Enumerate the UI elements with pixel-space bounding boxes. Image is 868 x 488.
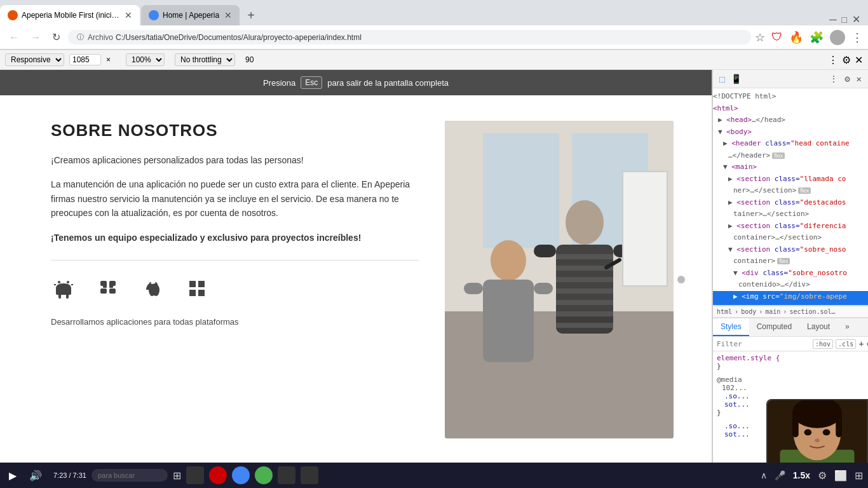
taskbar-app-6[interactable]	[301, 466, 318, 484]
photo-area	[445, 121, 674, 438]
tree-section-sobre-cont[interactable]: container>flex	[713, 255, 868, 268]
tree-section-sobre[interactable]: ▼ <section class="sobre_noso	[713, 244, 868, 256]
volume-button[interactable]: 🔊	[25, 467, 46, 484]
tree-section-destacados[interactable]: ▶ <section class="destacados	[713, 197, 868, 209]
sobre-photo	[445, 121, 674, 438]
devtools-settings-icon[interactable]: ⚙	[842, 54, 851, 66]
tab-styles[interactable]: Styles	[713, 318, 749, 336]
tab-close-2[interactable]: ✕	[224, 10, 232, 20]
media-query: @media	[717, 376, 742, 384]
tree-doctype[interactable]: <!DOCTYPE html>	[713, 91, 868, 103]
svg-point-44	[823, 430, 831, 436]
close-window-icon[interactable]: ✕	[852, 13, 860, 25]
sobre-nosotros-section: SOBRE NOSOTROS ¡Creamos aplicaciones per…	[51, 121, 419, 327]
styles-filter-input[interactable]	[717, 340, 810, 348]
svg-point-45	[815, 438, 820, 442]
device-toggle-icon[interactable]: 📱	[729, 72, 743, 85]
inspect-icon[interactable]: ⬚	[718, 72, 726, 85]
tab-more[interactable]: »	[837, 318, 857, 336]
tree-body[interactable]: ▼ <body>	[713, 126, 868, 139]
devtools-settings-btn[interactable]: ⚙	[843, 72, 851, 85]
tree-section-diferencia[interactable]: ▶ <section class="diferencia	[713, 220, 868, 233]
star-icon[interactable]: ☆	[755, 30, 765, 44]
crumb-html[interactable]: html	[717, 308, 732, 315]
zoom-selector[interactable]: 100%	[126, 53, 165, 66]
tab-layout[interactable]: Layout	[799, 318, 837, 336]
tree-header-close[interactable]: …</header>flex	[713, 150, 868, 162]
taskbar-search[interactable]	[92, 469, 168, 482]
hov-button[interactable]: :hov	[813, 339, 833, 349]
refresh-button[interactable]: ↻	[48, 30, 64, 44]
more-options-icon[interactable]: ⋮	[851, 30, 863, 44]
windows-start-icon[interactable]: ⊞	[173, 470, 181, 482]
maximize-icon[interactable]: □	[842, 15, 847, 25]
devtools-more-options[interactable]: ⋮	[828, 72, 839, 85]
forward-button[interactable]: →	[27, 30, 44, 44]
notifications-icon[interactable]: ∧	[761, 470, 767, 480]
tree-head[interactable]: ▶ <head>…</head>	[713, 114, 868, 126]
esc-key-badge[interactable]: Esc	[301, 76, 322, 89]
tree-main[interactable]: ▼ <main>	[713, 161, 868, 173]
svg-rect-26	[556, 311, 613, 316]
taskbar-app-2[interactable]	[209, 466, 227, 484]
address-bar: ← → ↻ ⓘ Archivo C:/Users/tatia/OneDrive/…	[0, 25, 868, 50]
svg-point-1	[67, 281, 69, 283]
settings-icon[interactable]: ⚙	[818, 470, 827, 482]
new-tab-button[interactable]: +	[242, 8, 260, 23]
extra-value: 90	[245, 55, 254, 64]
svg-rect-33	[534, 283, 553, 294]
dom-breadcrumb[interactable]: html › body › main › section.sol…	[713, 306, 868, 318]
html-tree: <!DOCTYPE html> <html> ▶ <head>…</head> …	[713, 88, 868, 306]
tab-close-1[interactable]: ✕	[125, 10, 132, 20]
play-button[interactable]: ▶	[5, 467, 20, 484]
svg-rect-27	[556, 323, 613, 328]
taskbar-app-3[interactable]	[232, 466, 250, 484]
tree-section-llamada-close[interactable]: ner>…</section>flex	[713, 185, 868, 197]
crumb-main[interactable]: main	[765, 308, 780, 315]
fullscreen-icon[interactable]: ⊞	[855, 470, 863, 482]
tree-div-sobre-contenido[interactable]: contenido>…</div>	[713, 279, 868, 291]
add-style-button[interactable]: +	[858, 339, 864, 349]
tab-apeperia-initial[interactable]: Apeperia Mobile First (inicial) – F ✕	[0, 5, 140, 25]
devtools-close-btn[interactable]: ✕	[855, 72, 863, 85]
svg-point-19	[566, 200, 604, 245]
tree-html[interactable]: <html>	[713, 103, 868, 115]
extension-icon-1[interactable]: 🛡	[771, 30, 783, 44]
tree-section-diferencia-close[interactable]: container>…</section>	[713, 232, 868, 244]
width-input[interactable]	[69, 54, 101, 65]
svg-rect-41	[792, 412, 799, 437]
tree-img-sobre[interactable]: ▶ <img src="img/sobre-apepe	[713, 291, 868, 303]
devtools-more-icon[interactable]: ⋮	[828, 54, 838, 66]
minimize-icon[interactable]: ─	[829, 14, 836, 25]
extension-icon-2[interactable]: 🔥	[789, 30, 803, 44]
microphone-icon[interactable]: 🎤	[775, 470, 785, 480]
styles-filter-bar: :hov .cls + ⊕	[713, 337, 868, 351]
tab-computed[interactable]: Computed	[749, 318, 799, 336]
devtools-toolbar: Responsive × 100% No throttling 90 ⋮ ⚙ ✕	[0, 50, 868, 70]
throttle-selector[interactable]: No throttling	[175, 53, 235, 66]
webpage-viewport: Presiona Esc para salir de la pantalla c…	[0, 70, 712, 483]
taskbar-app-5[interactable]	[278, 466, 295, 484]
style-prop-so1: .so...	[717, 392, 750, 400]
profile-icon[interactable]	[830, 30, 845, 45]
crumb-section[interactable]: section.sol…	[789, 308, 835, 315]
device-selector[interactable]: Responsive	[5, 53, 64, 66]
devtools-close-icon[interactable]: ✕	[855, 54, 863, 66]
tree-section-llamada[interactable]: ▶ <section class="llamada co	[713, 173, 868, 186]
tree-section-destacados-close[interactable]: tainer>…</section>	[713, 208, 868, 220]
crumb-body[interactable]: body	[741, 308, 756, 315]
tree-header[interactable]: ▶ <header class="head containe	[713, 138, 868, 150]
taskbar-app-1[interactable]	[186, 466, 204, 484]
svg-rect-21	[556, 254, 613, 259]
styles-tab-bar: Styles Computed Layout »	[713, 318, 868, 337]
back-button[interactable]: ←	[5, 30, 23, 44]
extensions-icon[interactable]: 🧩	[810, 30, 824, 44]
banner-text-before: Presiona	[263, 78, 295, 88]
tab-home-apeperia[interactable]: Home | Apeperia ✕	[141, 5, 240, 25]
cls-button[interactable]: .cls	[836, 339, 856, 349]
url-bar[interactable]: ⓘ Archivo C:/Users/tatia/OneDrive/Docume…	[68, 30, 751, 44]
taskbar-app-4[interactable]	[255, 466, 273, 484]
display-icon[interactable]: ⬜	[834, 470, 847, 482]
svg-rect-12	[189, 290, 196, 296]
tree-div-sobre[interactable]: ▼ <div class="sobre_nosotro	[713, 268, 868, 280]
